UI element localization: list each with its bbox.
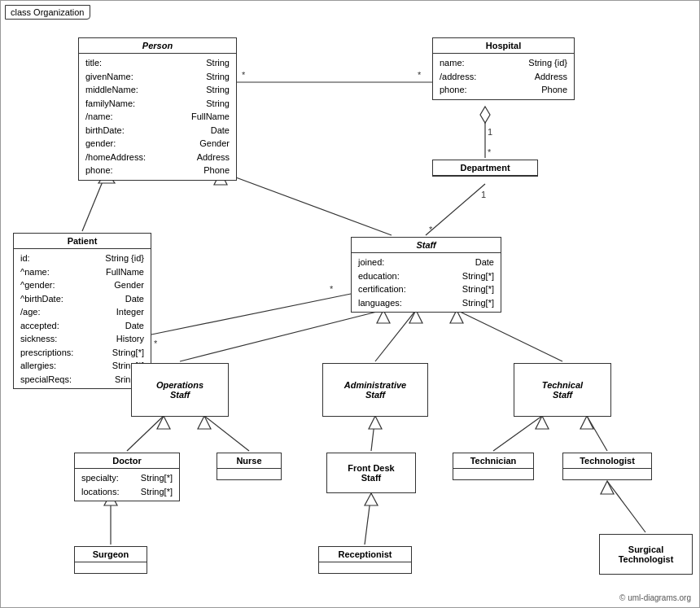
class-staff-attrs: joined:Date education:String[*] certific… (352, 253, 501, 312)
class-technologist-title: Technologist (563, 453, 651, 469)
svg-line-21 (457, 310, 562, 361)
svg-text:*: * (330, 284, 334, 294)
class-admin-staff: AdministrativeStaff (322, 363, 428, 417)
class-doctor-title: Doctor (75, 453, 179, 469)
svg-line-37 (607, 481, 645, 532)
class-technical-staff-title: TechnicalStaff (514, 378, 610, 402)
class-technician: Technician (453, 453, 534, 480)
svg-marker-38 (601, 481, 614, 494)
class-person: Person title:String givenName:String mid… (78, 37, 237, 181)
svg-line-7 (426, 184, 485, 235)
class-operations-staff-title: OperationsStaff (132, 378, 228, 402)
class-nurse-title: Nurse (217, 453, 281, 469)
class-admin-staff-title: AdministrativeStaff (323, 378, 427, 402)
svg-marker-4 (480, 107, 490, 123)
class-technical-staff: TechnicalStaff (514, 363, 611, 417)
class-person-attrs: title:String givenName:String middleName… (79, 54, 236, 180)
svg-text:*: * (154, 339, 158, 348)
class-surgeon-title: Surgeon (75, 547, 147, 562)
svg-text:1: 1 (488, 127, 492, 137)
svg-line-29 (493, 416, 542, 451)
class-surgical-technologist: SurgicalTechnologist (599, 534, 693, 575)
class-technologist: Technologist (562, 453, 652, 480)
class-staff: Staff joined:Date education:String[*] ce… (351, 237, 501, 313)
copyright-text: © uml-diagrams.org (619, 593, 691, 602)
svg-line-25 (204, 416, 249, 451)
svg-line-10 (82, 172, 107, 231)
class-operations-staff: OperationsStaff (131, 363, 229, 417)
svg-text:*: * (418, 70, 422, 80)
class-hospital: Hospital name:String {id} /address:Addre… (432, 37, 575, 100)
class-doctor-attrs: specialty:String[*] locations:String[*] (75, 469, 179, 501)
class-patient-title: Patient (14, 234, 151, 249)
svg-line-19 (375, 310, 416, 361)
class-technician-title: Technician (453, 453, 533, 469)
svg-line-17 (180, 310, 383, 361)
class-receptionist-title: Receptionist (319, 547, 411, 562)
svg-text:*: * (242, 70, 246, 80)
svg-line-31 (587, 416, 607, 451)
svg-marker-26 (198, 416, 211, 429)
class-department: Department (432, 160, 538, 177)
svg-text:1: 1 (481, 190, 486, 199)
svg-marker-36 (365, 493, 378, 505)
class-front-desk: Front DeskStaff (326, 453, 416, 493)
diagram-title: class Organization (5, 5, 90, 20)
svg-marker-24 (157, 416, 170, 429)
svg-line-27 (371, 416, 375, 451)
class-surgeon: Surgeon (74, 546, 147, 574)
class-hospital-attrs: name:String {id} /address:Address phone:… (433, 54, 574, 99)
svg-line-23 (127, 416, 164, 451)
class-doctor: Doctor specialty:String[*] locations:Str… (74, 453, 180, 501)
svg-marker-30 (536, 416, 549, 429)
class-surgical-technologist-title: SurgicalTechnologist (600, 542, 692, 566)
class-department-title: Department (433, 160, 537, 176)
class-hospital-title: Hospital (433, 38, 574, 54)
svg-text:*: * (488, 147, 492, 157)
class-receptionist: Receptionist (318, 546, 412, 574)
svg-text:*: * (429, 225, 433, 234)
svg-line-12 (221, 172, 392, 235)
class-front-desk-title: Front DeskStaff (327, 461, 415, 485)
svg-marker-28 (369, 416, 382, 429)
svg-line-14 (151, 294, 351, 335)
svg-line-35 (365, 493, 371, 545)
diagram-container: class Organization * * 1 * 1 * (0, 0, 700, 608)
class-staff-title: Staff (352, 238, 501, 253)
class-patient-attrs: id:String {id} ^name:FullName ^gender:Ge… (14, 249, 151, 388)
class-nurse: Nurse (217, 453, 282, 480)
class-person-title: Person (79, 38, 236, 54)
svg-marker-32 (580, 416, 593, 429)
